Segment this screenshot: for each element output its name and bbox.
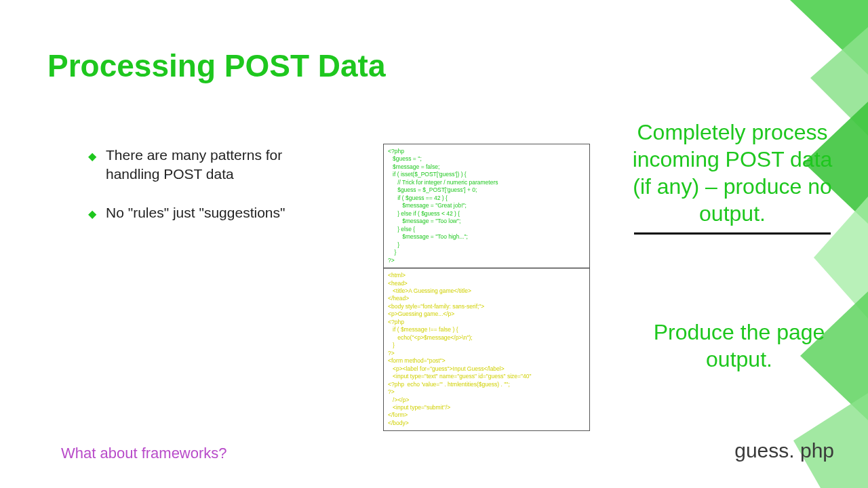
bullet-icon: ◆ (88, 207, 96, 222)
svg-marker-0 (790, 0, 868, 75)
decorative-triangles (746, 0, 868, 488)
bullet-item: ◆ There are many patterns for handling P… (88, 146, 305, 184)
annotation-top: Completely process incoming POST data (i… (624, 119, 841, 235)
filename-label: guess. php (734, 439, 834, 462)
code-box: <?php $guess = ''; $message = false; if … (383, 144, 590, 431)
slide-title: Processing POST Data (47, 47, 386, 84)
bullet-text: There are many patterns for handling POS… (106, 146, 305, 184)
bullet-text: No "rules" just "suggestions" (106, 203, 285, 222)
footer-note: What about frameworks? (61, 445, 227, 462)
annotation-top-text: Completely process incoming POST data (i… (633, 120, 833, 226)
code-php-section: <?php $guess = ''; $message = false; if … (384, 144, 589, 268)
bullet-icon: ◆ (88, 149, 96, 164)
bullet-item: ◆ No "rules" just "suggestions" (88, 203, 305, 222)
annotation-bottom: Produce the page output. (637, 319, 841, 373)
code-html-section: <html> <head> <title>A Guessing game</ti… (384, 268, 589, 430)
annotation-underline (634, 232, 831, 235)
bullet-list: ◆ There are many patterns for handling P… (88, 146, 305, 241)
